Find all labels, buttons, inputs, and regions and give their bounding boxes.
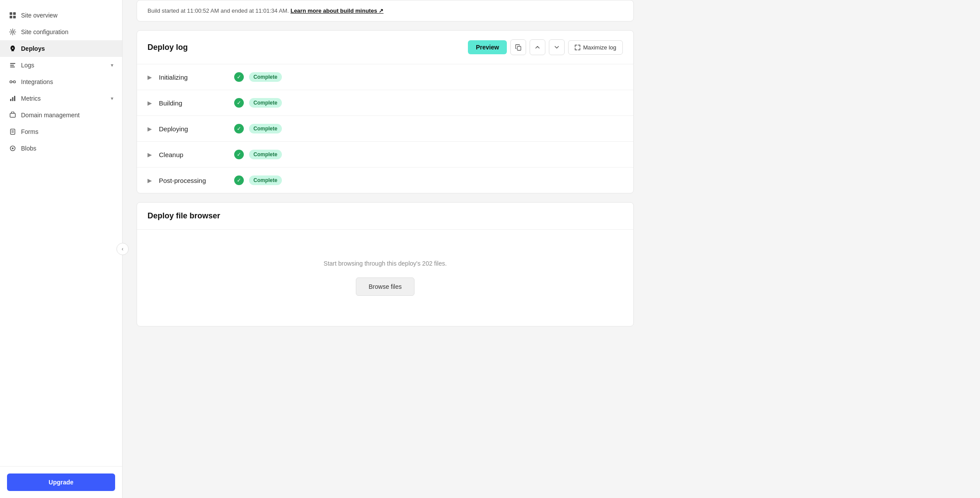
svg-rect-14 xyxy=(14,96,15,101)
complete-check-icon: ✓ xyxy=(234,124,244,133)
status-badge: Complete xyxy=(249,124,282,133)
svg-rect-12 xyxy=(10,99,11,101)
svg-rect-3 xyxy=(13,16,16,18)
complete-check-icon: ✓ xyxy=(234,72,244,82)
complete-check-icon: ✓ xyxy=(234,150,244,159)
copy-button[interactable] xyxy=(510,39,526,55)
sidebar-item-blobs[interactable]: Blobs xyxy=(0,140,122,157)
svg-rect-8 xyxy=(10,67,15,67)
status-badge: Complete xyxy=(249,150,282,159)
complete-check-icon: ✓ xyxy=(234,175,244,185)
row-chevron-icon: ▶ xyxy=(148,74,152,81)
chevron-down-icon: ▾ xyxy=(111,95,113,102)
sidebar-item-label: Blobs xyxy=(21,145,36,152)
forms-icon xyxy=(9,128,17,136)
svg-rect-15 xyxy=(10,113,15,117)
browse-files-button[interactable]: Browse files xyxy=(356,277,414,296)
sidebar-item-label: Forms xyxy=(21,128,39,135)
sidebar-item-logs[interactable]: Logs ▾ xyxy=(0,57,122,74)
logs-icon xyxy=(9,61,17,69)
log-row-deploying[interactable]: ▶ Deploying ✓ Complete xyxy=(137,116,633,142)
file-browser-description: Start browsing through this deploy's 202… xyxy=(323,260,446,267)
build-info-text: Build started at 11:00:52 AM and ended a… xyxy=(148,7,289,14)
scroll-up-icon xyxy=(534,44,541,50)
sidebar-footer: Upgrade xyxy=(0,466,122,498)
sidebar-item-site-overview[interactable]: Site overview xyxy=(0,7,122,24)
sidebar-item-forms[interactable]: Forms xyxy=(0,123,122,140)
log-row-label: Cleanup xyxy=(159,151,229,158)
sidebar-item-deploys[interactable]: Deploys xyxy=(0,40,122,57)
row-chevron-icon: ▶ xyxy=(148,177,152,184)
svg-rect-16 xyxy=(11,129,15,134)
sidebar-item-label: Deploys xyxy=(21,45,45,52)
upgrade-button[interactable]: Upgrade xyxy=(7,473,115,491)
scroll-up-button[interactable] xyxy=(530,39,545,55)
sidebar-item-label: Site overview xyxy=(21,12,57,19)
svg-point-10 xyxy=(14,81,16,83)
blobs-icon xyxy=(9,144,17,152)
chevron-down-icon: ▾ xyxy=(111,62,113,68)
file-browser-header: Deploy file browser xyxy=(137,203,633,230)
maximize-label: Maximize log xyxy=(583,44,616,51)
deploy-log-header: Deploy log Preview xyxy=(137,31,633,64)
svg-rect-7 xyxy=(10,65,14,66)
sidebar-collapse-button[interactable]: ‹ xyxy=(116,243,129,255)
log-row-label: Post-processing xyxy=(159,177,229,184)
file-browser-title: Deploy file browser xyxy=(148,211,220,221)
row-chevron-icon: ▶ xyxy=(148,151,152,158)
main-content: Build started at 11:00:52 AM and ended a… xyxy=(123,0,980,498)
sidebar-nav: Site overview Site configuration xyxy=(0,0,122,466)
sidebar-item-site-configuration[interactable]: Site configuration xyxy=(0,24,122,40)
log-row-building[interactable]: ▶ Building ✓ Complete xyxy=(137,90,633,116)
sidebar-item-label: Metrics xyxy=(21,95,41,102)
row-chevron-icon: ▶ xyxy=(148,100,152,106)
log-row-label: Initializing xyxy=(159,74,229,81)
scroll-down-button[interactable] xyxy=(549,39,565,55)
learn-more-link[interactable]: Learn more about build minutes ↗ xyxy=(291,7,384,14)
scroll-down-icon xyxy=(554,44,560,50)
sidebar-item-domain-management[interactable]: Domain management xyxy=(0,107,122,123)
main-inner: Build started at 11:00:52 AM and ended a… xyxy=(123,0,648,353)
rocket-icon xyxy=(9,45,17,53)
log-row-label: Deploying xyxy=(159,125,229,133)
domain-icon xyxy=(9,111,17,119)
maximize-log-button[interactable]: Maximize log xyxy=(568,40,623,55)
log-row-cleanup[interactable]: ▶ Cleanup ✓ Complete xyxy=(137,142,633,168)
sidebar: Site overview Site configuration xyxy=(0,0,123,498)
log-row-initializing[interactable]: ▶ Initializing ✓ Complete xyxy=(137,64,633,90)
svg-point-9 xyxy=(10,81,12,83)
deploy-file-browser-card: Deploy file browser Start browsing throu… xyxy=(137,202,634,326)
svg-point-4 xyxy=(12,31,14,33)
sidebar-item-label: Domain management xyxy=(21,112,80,119)
sidebar-item-integrations[interactable]: Integrations xyxy=(0,74,122,90)
sidebar-item-metrics[interactable]: Metrics ▾ xyxy=(0,90,122,107)
log-row-post-processing[interactable]: ▶ Post-processing ✓ Complete xyxy=(137,168,633,193)
metrics-icon xyxy=(9,95,17,102)
status-badge: Complete xyxy=(249,72,282,82)
deploy-log-title: Deploy log xyxy=(148,43,188,52)
settings-icon xyxy=(9,28,17,36)
svg-point-5 xyxy=(12,48,14,49)
sidebar-item-label: Site configuration xyxy=(21,28,68,35)
complete-check-icon: ✓ xyxy=(234,98,244,108)
grid-icon xyxy=(9,11,17,19)
preview-button[interactable]: Preview xyxy=(468,40,507,54)
sidebar-item-label: Integrations xyxy=(21,78,53,85)
svg-point-20 xyxy=(12,147,14,149)
build-info-bar: Build started at 11:00:52 AM and ended a… xyxy=(137,0,634,21)
deploy-log-card: Deploy log Preview xyxy=(137,30,634,193)
svg-rect-0 xyxy=(10,12,12,15)
svg-rect-2 xyxy=(10,16,12,18)
deploy-log-actions: Preview xyxy=(468,39,623,55)
svg-rect-13 xyxy=(12,97,14,101)
svg-rect-6 xyxy=(10,63,15,64)
status-badge: Complete xyxy=(249,98,282,108)
integrations-icon xyxy=(9,78,17,86)
svg-rect-1 xyxy=(13,12,16,15)
log-row-label: Building xyxy=(159,99,229,107)
file-browser-body: Start browsing through this deploy's 202… xyxy=(137,230,633,326)
sidebar-item-label: Logs xyxy=(21,62,34,69)
svg-rect-21 xyxy=(517,46,521,50)
row-chevron-icon: ▶ xyxy=(148,126,152,132)
status-badge: Complete xyxy=(249,175,282,185)
